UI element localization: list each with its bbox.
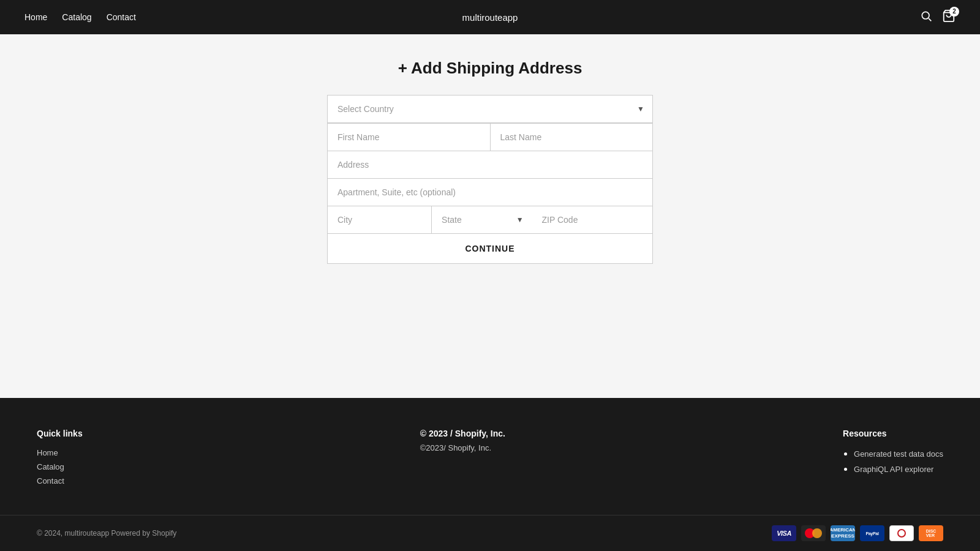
svg-line-1 <box>929 18 931 21</box>
paypal-icon: PayPal <box>860 525 884 541</box>
resource-item-2: GraphiQL API explorer <box>854 463 943 474</box>
zip-input[interactable] <box>532 206 653 234</box>
copyright-line2: ©2023/ Shopify, Inc. <box>420 443 505 452</box>
amex-icon: AMERICANEXPRESS <box>831 525 855 541</box>
payment-icons: VISA AMERICANEXPRESS PayPal DISCVER <box>772 525 943 541</box>
city-input[interactable] <box>327 206 431 234</box>
mastercard-icon <box>801 525 826 541</box>
first-name-input[interactable] <box>327 123 490 151</box>
footer-quick-links: Quick links Home Catalog Contact <box>37 429 83 490</box>
main-content: + Add Shipping Address Select Country Un… <box>0 34 980 398</box>
brand-logo: multirouteapp <box>462 12 518 23</box>
header-icons: 2 <box>920 9 956 26</box>
country-select[interactable]: Select Country United States Canada Unit… <box>327 95 653 123</box>
continue-button[interactable]: CONTINUE <box>327 233 653 264</box>
site-footer: Quick links Home Catalog Contact © 2023 … <box>0 398 980 551</box>
resources-list: Generated test data docs GraphiQL API ex… <box>843 448 943 474</box>
copyright-line1: © 2023 / Shopify, Inc. <box>420 429 505 438</box>
address-input[interactable] <box>327 151 653 179</box>
cart-badge: 2 <box>949 7 959 17</box>
resources-heading: Resources <box>843 429 943 438</box>
diners-icon <box>889 525 914 541</box>
nav-contact[interactable]: Contact <box>107 12 136 22</box>
quick-links-heading: Quick links <box>37 429 83 438</box>
footer-link-home[interactable]: Home <box>37 448 83 457</box>
apt-input[interactable] <box>327 178 653 206</box>
footer-resources: Resources Generated test data docs Graph… <box>843 429 943 490</box>
country-select-wrapper: Select Country United States Canada Unit… <box>327 95 653 123</box>
site-header: Home Catalog Contact multirouteapp 2 <box>0 0 980 34</box>
city-state-zip-row: State Alabama California New York Texas … <box>327 206 653 234</box>
resource-link-1[interactable]: Generated test data docs <box>854 449 943 459</box>
main-nav: Home Catalog Contact <box>24 12 136 22</box>
visa-icon: VISA <box>772 525 796 541</box>
footer-link-catalog[interactable]: Catalog <box>37 462 83 471</box>
search-button[interactable] <box>920 10 932 25</box>
footer-bottom: © 2024, multirouteapp Powered by Shopify… <box>0 515 980 551</box>
resource-link-2[interactable]: GraphiQL API explorer <box>854 465 943 474</box>
resource-item-1: Generated test data docs <box>854 448 943 459</box>
footer-copyright: © 2023 / Shopify, Inc. ©2023/ Shopify, I… <box>420 429 505 490</box>
state-select[interactable]: State Alabama California New York Texas <box>431 206 532 234</box>
nav-catalog[interactable]: Catalog <box>62 12 91 22</box>
footer-link-contact[interactable]: Contact <box>37 476 83 485</box>
nav-home[interactable]: Home <box>24 12 47 22</box>
state-select-wrapper: State Alabama California New York Texas … <box>431 206 532 234</box>
footer-top: Quick links Home Catalog Contact © 2023 … <box>0 398 980 515</box>
svg-point-0 <box>922 12 929 19</box>
name-row <box>327 123 653 151</box>
footer-bottom-copyright: © 2024, multirouteapp Powered by Shopify <box>37 529 176 538</box>
last-name-input[interactable] <box>490 123 654 151</box>
discover-icon: DISCVER <box>919 525 943 541</box>
page-title: + Add Shipping Address <box>398 59 582 78</box>
cart-button[interactable]: 2 <box>942 9 956 26</box>
shipping-form: Select Country United States Canada Unit… <box>327 95 653 264</box>
